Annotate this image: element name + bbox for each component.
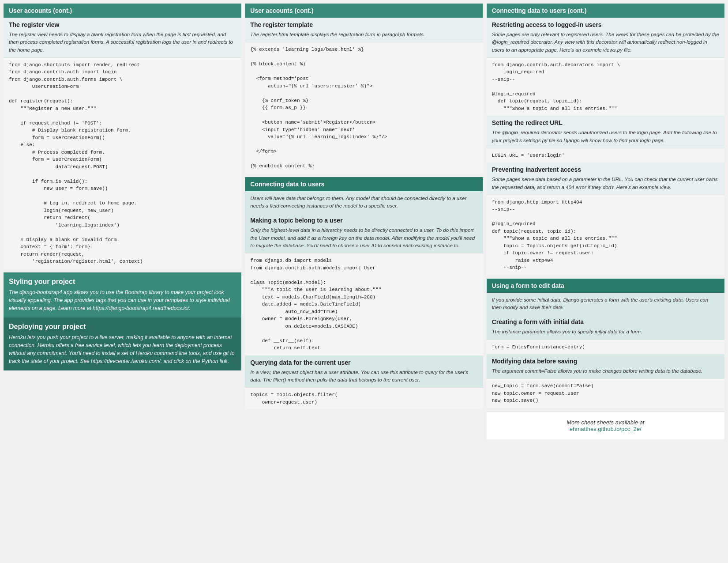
col2-register-template-title: The register template <box>245 18 483 29</box>
col1-styling-section: Styling your project The django-bootstra… <box>4 272 241 317</box>
col3-modifying-code: new_topic = form.save(commit=False) new_… <box>487 378 724 408</box>
col1-header: User accounts (cont.) <box>4 4 241 18</box>
col3-creating-form-body: The instance parameter allows you to spe… <box>487 326 724 339</box>
col1-deploying-section: Deploying your project Heroku lets you p… <box>4 317 241 370</box>
col3-connecting-panel: Connecting data to users (cont.) Restric… <box>487 4 724 275</box>
col3-restricting-title: Restricting access to logged-in users <box>487 18 724 29</box>
col3-footer: More cheat sheets available at ehmatthes… <box>487 412 724 439</box>
footer-link[interactable]: ehmatthes.github.io/pcc_2e/ <box>494 426 717 432</box>
col1-deploying-title: Deploying your project <box>9 323 236 331</box>
col3-edit-panel: Using a form to edit data If you provide… <box>487 279 724 408</box>
col2-topic-title: Making a topic belong to a user <box>245 213 483 225</box>
col1-styling-body: The django-bootstrap4 app allows you to … <box>9 288 236 312</box>
col1-register-view-code: from django.shortcuts import render, red… <box>4 57 241 269</box>
col3-edit-body: If you provide some initial data, Django… <box>487 293 724 315</box>
col2-user-accounts-panel: User accounts (cont.) The register templ… <box>245 4 483 174</box>
col3-redirect-body: The @login_required decorator sends unau… <box>487 127 724 148</box>
column-3: Connecting data to users (cont.) Restric… <box>487 4 724 439</box>
col3-modifying-title: Modifying data before saving <box>487 354 724 366</box>
col3-restricting-body: Some pages are only relevant to register… <box>487 29 724 57</box>
col2-connecting-body: Users will have data that belongs to the… <box>245 191 483 214</box>
col2-querying-code: topics = Topic.objects.filter( owner=req… <box>245 387 483 409</box>
col2-connecting-panel: Connecting data to users Users will have… <box>245 177 483 409</box>
footer-more-text: More cheat sheets available at <box>494 419 717 426</box>
col2-querying-title: Querying data for the current user <box>245 355 483 367</box>
col2-header: User accounts (cont.) <box>245 4 483 18</box>
col3-creating-form-title: Creating a form with initial data <box>487 315 724 326</box>
col2-register-template-code: {% extends 'learning_logs/base.html' %} … <box>245 42 483 174</box>
col3-restricting-code: from django.contrib.auth.decorators impo… <box>487 57 724 116</box>
col3-edit-header: Using a form to edit data <box>487 279 724 293</box>
col2-topic-code: from django.db import models from django… <box>245 253 483 355</box>
page: User accounts (cont.) The register view … <box>0 0 728 443</box>
col3-header: Connecting data to users (cont.) <box>487 4 724 18</box>
col2-register-template-body: The register.html template displays the … <box>245 29 483 42</box>
col3-inadvertent-title: Preventing inadvertent access <box>487 162 724 174</box>
col3-modifying-body: The argument commit=False allows you to … <box>487 366 724 378</box>
column-1: User accounts (cont.) The register view … <box>4 4 241 439</box>
col1-styling-title: Styling your project <box>9 278 236 286</box>
col2-connecting-header: Connecting data to users <box>245 177 483 191</box>
footer-more-label: More cheat sheets available at <box>567 419 644 426</box>
col3-redirect-title: Setting the redirect URL <box>487 116 724 127</box>
col3-redirect-code: LOGIN_URL = 'users:login' <box>487 148 724 163</box>
col3-inadvertent-body: Some pages serve data based on a paramet… <box>487 174 724 195</box>
col1-user-accounts-panel: User accounts (cont.) The register view … <box>4 4 241 269</box>
column-2: User accounts (cont.) The register templ… <box>245 4 483 439</box>
col1-deploying-body: Heroku lets you push your project to a l… <box>9 333 236 365</box>
col2-querying-body: In a view, the request object has a user… <box>245 367 483 388</box>
col3-creating-form-code: form = EntryForm(instance=entry) <box>487 340 724 355</box>
col2-topic-body: Only the highest-level data in a hierarc… <box>245 225 483 253</box>
col3-inadvertent-code: from django.http import Http404 --snip--… <box>487 195 724 275</box>
col1-register-view-title: The register view <box>4 18 241 29</box>
col1-register-view-body: The register view needs to display a bla… <box>4 29 241 57</box>
